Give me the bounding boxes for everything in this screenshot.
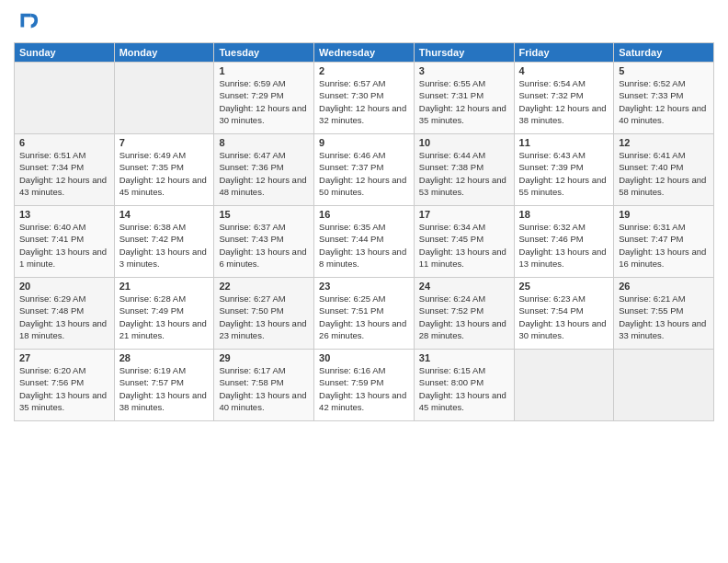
day-cell: 26Sunrise: 6:21 AMSunset: 7:55 PMDayligh… bbox=[614, 278, 714, 350]
day-number: 17 bbox=[419, 209, 509, 220]
day-number: 6 bbox=[19, 137, 109, 148]
day-number: 25 bbox=[519, 281, 609, 292]
day-cell: 31Sunrise: 6:15 AMSunset: 8:00 PMDayligh… bbox=[414, 350, 514, 421]
day-number: 21 bbox=[119, 281, 210, 292]
day-cell: 2Sunrise: 6:57 AMSunset: 7:30 PMDaylight… bbox=[314, 63, 415, 134]
day-info: Sunrise: 6:57 AMSunset: 7:30 PMDaylight:… bbox=[319, 77, 409, 126]
page: SundayMondayTuesdayWednesdayThursdayFrid… bbox=[0, 0, 728, 563]
day-number: 19 bbox=[619, 209, 709, 220]
day-cell: 19Sunrise: 6:31 AMSunset: 7:47 PMDayligh… bbox=[614, 206, 714, 278]
day-number: 30 bbox=[319, 352, 409, 363]
day-info: Sunrise: 6:54 AMSunset: 7:32 PMDaylight:… bbox=[519, 77, 609, 126]
day-info: Sunrise: 6:44 AMSunset: 7:38 PMDaylight:… bbox=[419, 149, 509, 198]
day-cell: 14Sunrise: 6:38 AMSunset: 7:42 PMDayligh… bbox=[114, 206, 214, 278]
day-info: Sunrise: 6:28 AMSunset: 7:49 PMDaylight:… bbox=[119, 293, 210, 341]
day-number: 15 bbox=[219, 209, 309, 220]
day-info: Sunrise: 6:46 AMSunset: 7:37 PMDaylight:… bbox=[319, 149, 409, 198]
day-cell: 12Sunrise: 6:41 AMSunset: 7:40 PMDayligh… bbox=[614, 134, 714, 206]
day-number: 26 bbox=[619, 281, 709, 292]
day-number: 18 bbox=[519, 209, 609, 220]
day-number: 9 bbox=[319, 137, 409, 148]
day-number: 20 bbox=[19, 281, 109, 292]
logo bbox=[14, 9, 43, 35]
col-header-saturday: Saturday bbox=[614, 43, 714, 63]
day-cell: 22Sunrise: 6:27 AMSunset: 7:50 PMDayligh… bbox=[214, 278, 314, 350]
day-info: Sunrise: 6:20 AMSunset: 7:56 PMDaylight:… bbox=[19, 364, 109, 413]
day-cell: 23Sunrise: 6:25 AMSunset: 7:51 PMDayligh… bbox=[314, 278, 415, 350]
day-info: Sunrise: 6:43 AMSunset: 7:39 PMDaylight:… bbox=[519, 149, 609, 198]
day-info: Sunrise: 6:25 AMSunset: 7:51 PMDaylight:… bbox=[319, 293, 409, 341]
day-cell: 30Sunrise: 6:16 AMSunset: 7:59 PMDayligh… bbox=[314, 350, 415, 421]
day-cell: 15Sunrise: 6:37 AMSunset: 7:43 PMDayligh… bbox=[214, 206, 314, 278]
day-info: Sunrise: 6:47 AMSunset: 7:36 PMDaylight:… bbox=[219, 149, 309, 198]
day-number: 10 bbox=[419, 137, 509, 148]
col-header-thursday: Thursday bbox=[414, 43, 514, 63]
day-info: Sunrise: 6:15 AMSunset: 8:00 PMDaylight:… bbox=[419, 364, 509, 413]
day-info: Sunrise: 6:24 AMSunset: 7:52 PMDaylight:… bbox=[419, 293, 509, 341]
day-info: Sunrise: 6:35 AMSunset: 7:44 PMDaylight:… bbox=[319, 221, 409, 270]
day-info: Sunrise: 6:29 AMSunset: 7:48 PMDaylight:… bbox=[19, 293, 109, 341]
day-info: Sunrise: 6:16 AMSunset: 7:59 PMDaylight:… bbox=[319, 364, 409, 413]
day-info: Sunrise: 6:59 AMSunset: 7:29 PMDaylight:… bbox=[219, 77, 309, 126]
day-number: 4 bbox=[519, 65, 609, 76]
week-row-5: 27Sunrise: 6:20 AMSunset: 7:56 PMDayligh… bbox=[15, 350, 714, 421]
header-row: SundayMondayTuesdayWednesdayThursdayFrid… bbox=[15, 43, 714, 63]
day-number: 5 bbox=[619, 65, 709, 76]
day-number: 31 bbox=[419, 352, 509, 363]
day-cell: 8Sunrise: 6:47 AMSunset: 7:36 PMDaylight… bbox=[214, 134, 314, 206]
day-cell: 27Sunrise: 6:20 AMSunset: 7:56 PMDayligh… bbox=[15, 350, 115, 421]
col-header-monday: Monday bbox=[114, 43, 214, 63]
day-number: 2 bbox=[319, 65, 409, 76]
day-cell: 16Sunrise: 6:35 AMSunset: 7:44 PMDayligh… bbox=[314, 206, 415, 278]
day-number: 13 bbox=[19, 209, 109, 220]
day-info: Sunrise: 6:34 AMSunset: 7:45 PMDaylight:… bbox=[419, 221, 509, 270]
day-info: Sunrise: 6:51 AMSunset: 7:34 PMDaylight:… bbox=[19, 149, 109, 198]
day-number: 7 bbox=[119, 137, 210, 148]
day-info: Sunrise: 6:19 AMSunset: 7:57 PMDaylight:… bbox=[119, 364, 210, 413]
day-cell: 7Sunrise: 6:49 AMSunset: 7:35 PMDaylight… bbox=[114, 134, 214, 206]
day-info: Sunrise: 6:37 AMSunset: 7:43 PMDaylight:… bbox=[219, 221, 309, 270]
col-header-sunday: Sunday bbox=[15, 43, 115, 63]
day-cell: 24Sunrise: 6:24 AMSunset: 7:52 PMDayligh… bbox=[414, 278, 514, 350]
day-number: 22 bbox=[219, 281, 309, 292]
day-info: Sunrise: 6:52 AMSunset: 7:33 PMDaylight:… bbox=[619, 77, 709, 126]
day-info: Sunrise: 6:55 AMSunset: 7:31 PMDaylight:… bbox=[419, 77, 509, 126]
day-cell: 1Sunrise: 6:59 AMSunset: 7:29 PMDaylight… bbox=[214, 63, 314, 134]
col-header-wednesday: Wednesday bbox=[314, 43, 415, 63]
day-info: Sunrise: 6:27 AMSunset: 7:50 PMDaylight:… bbox=[219, 293, 309, 341]
day-cell: 20Sunrise: 6:29 AMSunset: 7:48 PMDayligh… bbox=[15, 278, 115, 350]
day-cell: 25Sunrise: 6:23 AMSunset: 7:54 PMDayligh… bbox=[514, 278, 614, 350]
day-info: Sunrise: 6:49 AMSunset: 7:35 PMDaylight:… bbox=[119, 149, 210, 198]
logo-icon bbox=[14, 9, 40, 35]
day-cell: 13Sunrise: 6:40 AMSunset: 7:41 PMDayligh… bbox=[15, 206, 115, 278]
day-info: Sunrise: 6:38 AMSunset: 7:42 PMDaylight:… bbox=[119, 221, 210, 270]
header bbox=[14, 9, 714, 35]
day-cell: 10Sunrise: 6:44 AMSunset: 7:38 PMDayligh… bbox=[414, 134, 514, 206]
day-info: Sunrise: 6:40 AMSunset: 7:41 PMDaylight:… bbox=[19, 221, 109, 270]
day-info: Sunrise: 6:41 AMSunset: 7:40 PMDaylight:… bbox=[619, 149, 709, 198]
col-header-friday: Friday bbox=[514, 43, 614, 63]
day-cell: 28Sunrise: 6:19 AMSunset: 7:57 PMDayligh… bbox=[114, 350, 214, 421]
day-number: 11 bbox=[519, 137, 609, 148]
col-header-tuesday: Tuesday bbox=[214, 43, 314, 63]
day-cell: 17Sunrise: 6:34 AMSunset: 7:45 PMDayligh… bbox=[414, 206, 514, 278]
day-info: Sunrise: 6:31 AMSunset: 7:47 PMDaylight:… bbox=[619, 221, 709, 270]
day-info: Sunrise: 6:17 AMSunset: 7:58 PMDaylight:… bbox=[219, 364, 309, 413]
day-cell: 18Sunrise: 6:32 AMSunset: 7:46 PMDayligh… bbox=[514, 206, 614, 278]
week-row-1: 1Sunrise: 6:59 AMSunset: 7:29 PMDaylight… bbox=[15, 63, 714, 134]
day-info: Sunrise: 6:23 AMSunset: 7:54 PMDaylight:… bbox=[519, 293, 609, 341]
day-cell: 6Sunrise: 6:51 AMSunset: 7:34 PMDaylight… bbox=[15, 134, 115, 206]
day-cell: 29Sunrise: 6:17 AMSunset: 7:58 PMDayligh… bbox=[214, 350, 314, 421]
day-number: 12 bbox=[619, 137, 709, 148]
week-row-2: 6Sunrise: 6:51 AMSunset: 7:34 PMDaylight… bbox=[15, 134, 714, 206]
day-number: 23 bbox=[319, 281, 409, 292]
day-info: Sunrise: 6:21 AMSunset: 7:55 PMDaylight:… bbox=[619, 293, 709, 341]
day-number: 16 bbox=[319, 209, 409, 220]
day-cell: 4Sunrise: 6:54 AMSunset: 7:32 PMDaylight… bbox=[514, 63, 614, 134]
day-number: 1 bbox=[219, 65, 309, 76]
day-cell bbox=[614, 350, 714, 421]
day-number: 27 bbox=[19, 352, 109, 363]
day-number: 28 bbox=[119, 352, 210, 363]
day-cell: 3Sunrise: 6:55 AMSunset: 7:31 PMDaylight… bbox=[414, 63, 514, 134]
day-number: 24 bbox=[419, 281, 509, 292]
